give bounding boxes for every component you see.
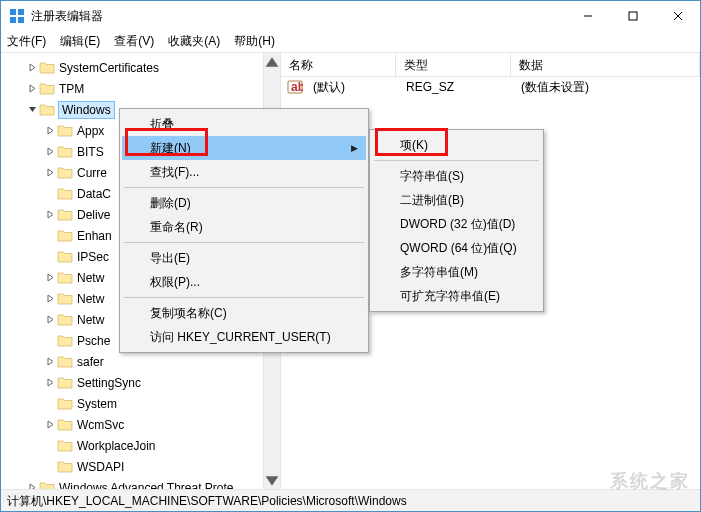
folder-icon	[57, 313, 73, 327]
col-header-data[interactable]: 数据	[511, 53, 700, 76]
ctx-main-item[interactable]: 重命名(R)	[122, 215, 366, 239]
menu-edit[interactable]: 编辑(E)	[60, 33, 100, 50]
statusbar: 计算机\HKEY_LOCAL_MACHINE\SOFTWARE\Policies…	[1, 489, 700, 511]
svg-rect-5	[629, 12, 637, 20]
folder-icon	[57, 439, 73, 453]
context-menu-new-submenu: 项(K)字符串值(S)二进制值(B)DWORD (32 位)值(D)QWORD …	[369, 129, 544, 312]
folder-icon	[57, 376, 73, 390]
tree-item-label: Curre	[77, 166, 107, 180]
list-header: 名称 类型 数据	[281, 53, 700, 77]
tree-item-label: System	[77, 397, 117, 411]
svg-text:ab: ab	[291, 80, 303, 94]
tree-expander-icon[interactable]	[43, 355, 57, 369]
close-button[interactable]	[655, 1, 700, 31]
ctx-sub-item[interactable]: QWORD (64 位)值(Q)	[372, 236, 541, 260]
minimize-button[interactable]	[565, 1, 610, 31]
tree-expander-icon[interactable]	[25, 103, 39, 117]
ctx-main-item[interactable]: 折叠	[122, 112, 366, 136]
folder-icon	[57, 292, 73, 306]
ctx-sub-item[interactable]: 多字符串值(M)	[372, 260, 541, 284]
tree-item-label: WSDAPI	[77, 460, 124, 474]
folder-icon	[57, 208, 73, 222]
tree-item-label: Netw	[77, 271, 104, 285]
tree-item-label: Psche	[77, 334, 110, 348]
ctx-main-item[interactable]: 复制项名称(C)	[122, 301, 366, 325]
folder-icon	[57, 187, 73, 201]
maximize-button[interactable]	[610, 1, 655, 31]
folder-icon	[57, 355, 73, 369]
tree-expander-icon[interactable]	[43, 376, 57, 390]
col-header-type[interactable]: 类型	[396, 53, 511, 76]
ctx-main-item[interactable]: 访问 HKEY_CURRENT_USER(T)	[122, 325, 366, 349]
tree-expander-icon[interactable]	[25, 61, 39, 75]
folder-icon	[57, 166, 73, 180]
ctx-sub-item[interactable]: 项(K)	[372, 133, 541, 157]
tree-item[interactable]: safer	[1, 351, 280, 372]
tree-expander-icon[interactable]	[43, 145, 57, 159]
scroll-down-button[interactable]	[264, 472, 280, 489]
folder-icon	[57, 145, 73, 159]
col-header-name[interactable]: 名称	[281, 53, 396, 76]
folder-icon	[39, 61, 55, 75]
folder-icon	[57, 271, 73, 285]
tree-item[interactable]: WcmSvc	[1, 414, 280, 435]
tree-item[interactable]: SystemCertificates	[1, 57, 280, 78]
tree-item[interactable]: TPM	[1, 78, 280, 99]
ctx-main-item[interactable]: 导出(E)	[122, 246, 366, 270]
cell-type: REG_SZ	[398, 80, 513, 94]
tree-expander-icon[interactable]	[43, 208, 57, 222]
folder-icon	[57, 334, 73, 348]
folder-icon	[39, 82, 55, 96]
scroll-up-button[interactable]	[264, 53, 280, 70]
folder-icon	[57, 460, 73, 474]
menu-view[interactable]: 查看(V)	[114, 33, 154, 50]
ctx-sub-item[interactable]: 字符串值(S)	[372, 164, 541, 188]
list-row[interactable]: ab (默认) REG_SZ (数值未设置)	[281, 77, 700, 97]
window-title: 注册表编辑器	[31, 8, 565, 25]
cell-name: (默认)	[305, 79, 398, 96]
context-menu-separator	[124, 187, 364, 188]
tree-expander-none	[43, 397, 57, 411]
tree-expander-none	[43, 187, 57, 201]
svg-rect-2	[10, 17, 16, 23]
tree-expander-icon[interactable]	[43, 124, 57, 138]
context-menu-main: 折叠新建(N)查找(F)...删除(D)重命名(R)导出(E)权限(P)...复…	[119, 108, 369, 353]
ctx-main-item[interactable]: 删除(D)	[122, 191, 366, 215]
tree-item[interactable]: System	[1, 393, 280, 414]
tree-item[interactable]: WorkplaceJoin	[1, 435, 280, 456]
ctx-sub-item[interactable]: 二进制值(B)	[372, 188, 541, 212]
menu-help[interactable]: 帮助(H)	[234, 33, 275, 50]
tree-item[interactable]: Windows Advanced Threat Prote	[1, 477, 280, 489]
svg-rect-1	[18, 9, 24, 15]
cell-data: (数值未设置)	[513, 79, 597, 96]
tree-expander-icon[interactable]	[25, 82, 39, 96]
svg-marker-8	[266, 57, 279, 67]
tree-expander-icon[interactable]	[43, 292, 57, 306]
tree-expander-icon[interactable]	[43, 313, 57, 327]
ctx-main-item[interactable]: 查找(F)...	[122, 160, 366, 184]
folder-icon	[57, 250, 73, 264]
tree-expander-icon[interactable]	[43, 166, 57, 180]
tree-item-label: SystemCertificates	[59, 61, 159, 75]
tree-expander-icon[interactable]	[43, 271, 57, 285]
menu-fav[interactable]: 收藏夹(A)	[168, 33, 220, 50]
tree-item[interactable]: SettingSync	[1, 372, 280, 393]
tree-item[interactable]: WSDAPI	[1, 456, 280, 477]
svg-marker-9	[266, 476, 279, 486]
tree-expander-icon[interactable]	[43, 418, 57, 432]
ctx-sub-item[interactable]: DWORD (32 位)值(D)	[372, 212, 541, 236]
tree-expander-none	[43, 460, 57, 474]
ctx-main-item[interactable]: 新建(N)	[122, 136, 366, 160]
folder-icon	[57, 397, 73, 411]
window: 注册表编辑器 文件(F) 编辑(E) 查看(V) 收藏夹(A) 帮助(H) Sy…	[0, 0, 701, 512]
ctx-main-item[interactable]: 权限(P)...	[122, 270, 366, 294]
folder-icon	[39, 103, 55, 117]
folder-icon	[57, 229, 73, 243]
menu-file[interactable]: 文件(F)	[7, 33, 46, 50]
ctx-sub-item[interactable]: 可扩充字符串值(E)	[372, 284, 541, 308]
tree-expander-none	[43, 250, 57, 264]
folder-icon	[57, 418, 73, 432]
tree-item-label: SettingSync	[77, 376, 141, 390]
folder-icon	[57, 124, 73, 138]
tree-expander-icon[interactable]	[25, 481, 39, 490]
